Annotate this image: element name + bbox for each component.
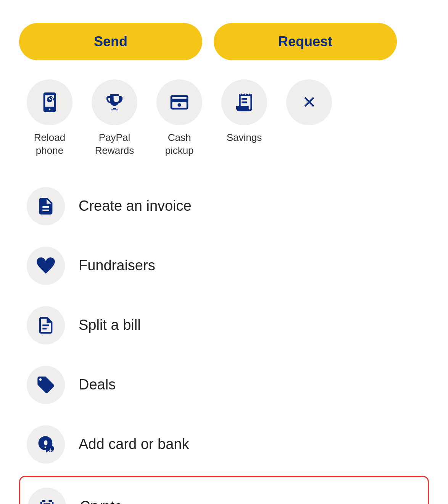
cash-pickup-icon-circle <box>156 79 202 125</box>
split-bill-icon-circle <box>27 306 65 344</box>
invoice-icon <box>36 196 56 216</box>
deals-label: Deals <box>79 376 116 393</box>
svg-rect-2 <box>242 102 247 103</box>
menu-item-fundraisers[interactable]: Fundraisers <box>19 236 429 296</box>
menu-item-create-invoice[interactable]: Create an invoice <box>19 176 429 236</box>
deals-icon-circle <box>27 366 65 404</box>
cash-pickup-icon <box>169 92 190 113</box>
create-invoice-label: Create an invoice <box>79 198 192 214</box>
svg-text:+: + <box>49 446 53 453</box>
reload-phone-icon-circle <box>27 79 73 125</box>
quick-actions-row: Reload phone PayPal Rewards Cash pickup … <box>19 79 429 157</box>
savings-icon-circle <box>221 79 267 125</box>
split-bill-label: Split a bill <box>79 317 141 333</box>
crypto-label: Crypto <box>80 498 122 504</box>
menu-item-deals[interactable]: Deals <box>19 355 429 415</box>
svg-point-0 <box>177 103 181 107</box>
invoice-icon-circle <box>27 187 65 225</box>
close-icon: ✕ <box>302 94 316 111</box>
quick-action-paypal-rewards[interactable]: PayPal Rewards <box>88 79 141 157</box>
svg-rect-1 <box>242 98 247 100</box>
quick-action-close[interactable]: ✕ <box>282 79 336 125</box>
top-buttons-row: Send Request <box>19 23 429 60</box>
savings-label: Savings <box>227 131 262 144</box>
request-button[interactable]: Request <box>214 23 397 60</box>
cash-pickup-label: Cash pickup <box>153 131 206 157</box>
add-card-bank-label: Add card or bank <box>79 436 189 452</box>
paypal-rewards-icon-circle <box>92 79 137 125</box>
reload-phone-label: Reload phone <box>23 131 76 157</box>
deals-icon <box>36 375 56 395</box>
trophy-icon <box>104 92 125 113</box>
fundraisers-icon <box>36 256 56 276</box>
paypal-rewards-label: PayPal Rewards <box>88 131 141 157</box>
add-bank-icon: + <box>36 435 56 454</box>
crypto-icon <box>37 497 57 504</box>
menu-list: Create an invoice Fundraisers Split a bi… <box>19 176 429 504</box>
quick-action-savings[interactable]: Savings <box>218 79 271 144</box>
quick-action-cash-pickup[interactable]: Cash pickup <box>153 79 206 157</box>
crypto-icon-circle <box>28 488 66 504</box>
close-icon-circle: ✕ <box>286 79 332 125</box>
split-bill-icon <box>36 315 56 335</box>
fundraisers-icon-circle <box>27 247 65 285</box>
menu-item-split-bill[interactable]: Split a bill <box>19 296 429 355</box>
reload-phone-icon <box>39 92 60 113</box>
add-bank-icon-circle: + <box>27 425 65 464</box>
menu-item-crypto[interactable]: Crypto <box>19 476 429 504</box>
quick-action-reload-phone[interactable]: Reload phone <box>23 79 76 157</box>
savings-icon <box>234 92 255 113</box>
send-button[interactable]: Send <box>19 23 202 60</box>
menu-item-add-card-bank[interactable]: + Add card or bank <box>19 415 429 474</box>
fundraisers-label: Fundraisers <box>79 257 155 274</box>
